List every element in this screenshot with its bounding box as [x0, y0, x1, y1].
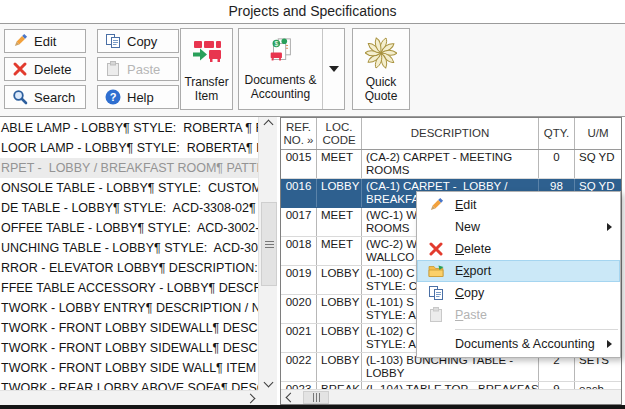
- help-icon: ?: [105, 89, 121, 105]
- paste-button[interactable]: Paste: [97, 57, 179, 81]
- app-window: Projects and Specifications Edit Copy: [0, 0, 625, 409]
- list-item[interactable]: TWORK - FRONT LOBBY SIDEWALL¶ DESCRIPTIO…: [0, 318, 258, 338]
- submenu-arrow-icon: [607, 223, 612, 231]
- context-menu-item-copy[interactable]: Copy: [417, 282, 620, 304]
- column-header-um[interactable]: U/M: [575, 118, 621, 149]
- left-vertical-scrollbar[interactable]: [258, 117, 277, 390]
- search-icon: [12, 89, 28, 105]
- list-item[interactable]: OFFEE TABLE - LOBBY¶ STYLE: ACD-3002-01¶…: [0, 218, 258, 238]
- copy-icon: [417, 285, 455, 301]
- transfer-item-button[interactable]: Transfer Item: [180, 28, 233, 110]
- left-vscroll-thumb[interactable]: [261, 202, 277, 286]
- edit-button[interactable]: Edit: [4, 29, 86, 53]
- page-title: Projects and Specifications: [0, 0, 625, 24]
- search-button[interactable]: Search: [4, 85, 86, 109]
- context-menu-item-documents-accounting[interactable]: Documents & Accounting: [417, 333, 620, 355]
- menu-separator: [455, 329, 618, 330]
- list-item[interactable]: LOOR LAMP - LOBBY¶ STYLE: ROBERTA¶ FINIS…: [0, 138, 258, 158]
- list-item[interactable]: ABLE LAMP - LOBBY¶ STYLE: ROBERTA ¶ FINI…: [0, 118, 258, 138]
- scroll-up-arrow-icon[interactable]: [259, 117, 277, 132]
- scroll-left-arrow-icon[interactable]: [286, 392, 296, 402]
- context-menu-item-edit[interactable]: Edit: [417, 194, 620, 216]
- transfer-item-icon: [191, 37, 223, 69]
- dropdown-arrow-icon: [329, 66, 339, 72]
- export-folder-icon: [417, 263, 455, 279]
- list-item[interactable]: TWORK - FRONT LOBBY SIDEWALL¶ DESCRIPTIO…: [0, 338, 258, 358]
- paste-icon: [417, 307, 455, 323]
- svg-text:?: ?: [110, 91, 117, 103]
- quick-quote-pinwheel-icon: [365, 37, 397, 69]
- table-horizontal-scrollbar[interactable]: [281, 389, 621, 404]
- scroll-right-arrow-icon[interactable]: [247, 391, 254, 405]
- scrollbar-corner: [258, 390, 277, 405]
- documents-accounting-icon: $: [266, 37, 296, 67]
- window-bottom-edge: [0, 405, 625, 409]
- context-menu-item-new[interactable]: New: [417, 216, 620, 238]
- pencil-icon: [417, 197, 455, 213]
- delete-label: Delete: [34, 62, 72, 77]
- edit-label: Edit: [34, 34, 56, 49]
- table-hscroll-thumb[interactable]: [303, 391, 329, 404]
- help-button[interactable]: ? Help: [97, 85, 179, 109]
- column-header-description[interactable]: DESCRIPTION: [362, 118, 539, 149]
- context-menu-item-paste[interactable]: Paste: [417, 304, 620, 326]
- copy-label: Copy: [127, 34, 157, 49]
- list-item[interactable]: UNCHING TABLE - LOBBY¶ STYLE: ACD-30505-…: [0, 238, 258, 258]
- delete-x-icon: [12, 61, 28, 77]
- scroll-down-arrow-icon[interactable]: [259, 375, 277, 390]
- context-menu-item-delete[interactable]: Delete: [417, 238, 620, 260]
- quick-quote-label: Quick Quote: [359, 75, 403, 103]
- table-header-row: REF. NO. » LOC. CODE DESCRIPTION QTY. U/…: [281, 118, 621, 150]
- list-item-highlighted[interactable]: RPET - LOBBY / BREAKFAST ROOM¶ PATTERN: …: [0, 158, 258, 178]
- column-header-ref-no[interactable]: REF. NO. »: [281, 118, 317, 149]
- delete-button[interactable]: Delete: [4, 57, 86, 81]
- paste-icon: [105, 61, 121, 77]
- documents-accounting-button-group: $ Documents & Accounting: [238, 28, 345, 110]
- list-item[interactable]: TWORK - FRONT LOBBY SIDE WALL¶ ITEM #: M…: [0, 358, 258, 378]
- paste-label: Paste: [127, 62, 160, 77]
- column-header-loc-code[interactable]: LOC. CODE: [317, 118, 362, 149]
- list-item[interactable]: DE TABLE - LOBBY¶ STYLE: ACD-3308-02¶ DI…: [0, 198, 258, 218]
- documents-accounting-dropdown[interactable]: [322, 29, 344, 109]
- left-horizontal-scrollbar[interactable]: [0, 390, 258, 405]
- help-label: Help: [127, 90, 154, 105]
- list-item[interactable]: RROR - ELEVATOR LOBBY¶ DESCRIPTION: ROUN…: [0, 258, 258, 278]
- copy-icon: [105, 33, 121, 49]
- delete-x-icon: [417, 241, 455, 257]
- submenu-arrow-icon: [607, 340, 612, 348]
- context-menu-item-export[interactable]: Export: [417, 260, 620, 282]
- search-label: Search: [34, 90, 75, 105]
- documents-accounting-button[interactable]: $ Documents & Accounting: [239, 29, 322, 109]
- copy-button[interactable]: Copy: [97, 29, 179, 53]
- list-item[interactable]: FFEE TABLE ACCESSORY - LOBBY¶ DESCRIPTIO…: [0, 278, 258, 298]
- pencil-icon: [12, 33, 28, 49]
- spec-list-panel: ABLE LAMP - LOBBY¶ STYLE: ROBERTA ¶ FINI…: [0, 117, 277, 405]
- toolbar: Edit Copy Delete Paste: [0, 24, 625, 117]
- list-item[interactable]: ONSOLE TABLE - LOBBY¶ STYLE: CUSTOM ACD-…: [0, 178, 258, 198]
- svg-text:$: $: [274, 40, 278, 47]
- column-header-qty[interactable]: QTY.: [539, 118, 575, 149]
- context-menu: Edit New Delete Export: [416, 191, 621, 358]
- quick-quote-button[interactable]: Quick Quote: [352, 28, 410, 110]
- transfer-item-label: Transfer Item: [184, 75, 228, 103]
- spec-list: ABLE LAMP - LOBBY¶ STYLE: ROBERTA ¶ FINI…: [0, 117, 258, 391]
- table-row[interactable]: 0015 MEET (CA-2) CARPET - MEETINGROOMS 0…: [281, 150, 621, 179]
- documents-accounting-label: Documents & Accounting: [239, 73, 322, 101]
- list-item[interactable]: TWORK - LOBBY ENTRY¶ DESCRIPTION / NAME:…: [0, 298, 258, 318]
